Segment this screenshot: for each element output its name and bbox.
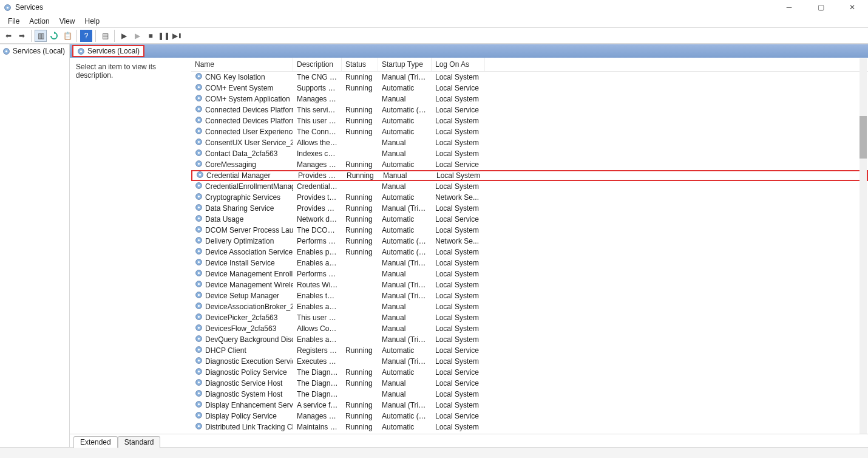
svg-point-23	[198, 163, 200, 165]
service-row[interactable]: DeviceAssociationBroker_2cf...Enables ap…	[191, 301, 868, 312]
service-row[interactable]: Connected User Experiences ...The Connec…	[191, 126, 868, 137]
service-row[interactable]: Diagnostic Policy ServiceThe Diagnos...R…	[191, 367, 868, 378]
minimize-button[interactable]: ─	[777, 1, 801, 13]
service-row[interactable]: DevicePicker_2cfa563This user ser...Manu…	[191, 312, 868, 323]
menu-file[interactable]: File	[4, 16, 24, 27]
service-row[interactable]: DevicesFlow_2cfa563Allows Conn...ManualL…	[191, 323, 868, 334]
service-rows: CNG Key IsolationThe CNG ke...RunningMan…	[191, 72, 868, 434]
service-name: DevicesFlow_2cfa563	[205, 324, 276, 333]
service-row[interactable]: CredentialEnrollmentManag...Credential E…	[191, 181, 868, 192]
service-description: Performs De...	[293, 270, 342, 278]
service-row[interactable]: DevQuery Background Disc...Enables app..…	[191, 334, 868, 345]
service-name: DevicePicker_2cfa563	[205, 313, 277, 322]
service-row[interactable]: Device Install ServiceEnables a co...Man…	[191, 258, 868, 268]
forward-button[interactable]: ➡	[16, 30, 28, 42]
service-description: Performs co...	[293, 237, 342, 245]
service-name: Distributed Link Tracking Cli...	[205, 423, 293, 431]
service-row[interactable]: Credential ManagerProvides sec...Running…	[191, 170, 868, 181]
service-startup: Automatic	[378, 84, 432, 92]
service-row[interactable]: Cryptographic ServicesProvides thr...Run…	[191, 192, 868, 203]
service-row[interactable]: Data Sharing ServiceProvides dat...Runni…	[191, 203, 868, 214]
col-description[interactable]: Description	[293, 58, 342, 71]
service-gear-icon	[195, 378, 203, 388]
service-row[interactable]: Device Management Enroll...Performs De..…	[191, 268, 868, 279]
service-logon: Local System	[432, 270, 485, 278]
menu-view[interactable]: View	[55, 16, 80, 27]
service-row[interactable]: Delivery OptimizationPerforms co...Runni…	[191, 236, 868, 247]
service-row[interactable]: COM+ Event SystemSupports Sy...RunningAu…	[191, 83, 868, 94]
service-row[interactable]: DHCP ClientRegisters an...RunningAutomat…	[191, 345, 868, 356]
service-name: Cryptographic Services	[205, 193, 280, 202]
service-status: Running	[342, 237, 378, 245]
col-status[interactable]: Status	[342, 58, 378, 71]
toolbar: ⬅ ➡ ▥ 📋 ? ▤ ▶ ▶ ■ ❚❚ ▶❚	[0, 28, 868, 44]
service-startup: Manual	[378, 324, 432, 333]
service-description: Manages th...	[293, 95, 342, 103]
back-button[interactable]: ⬅	[2, 30, 15, 42]
close-button[interactable]: ✕	[840, 1, 864, 13]
maximize-button[interactable]: ▢	[809, 1, 833, 13]
export-list-button[interactable]: 📋	[61, 30, 73, 42]
properties-button[interactable]: ▤	[99, 30, 111, 42]
service-row[interactable]: Connected Devices Platform ...This user …	[191, 115, 868, 126]
service-row[interactable]: Diagnostic Execution ServiceExecutes dia…	[191, 356, 868, 367]
svg-point-13	[198, 108, 200, 110]
tab-header: Services (Local)	[70, 44, 868, 58]
list-header: Name Description Status Startup Type Log…	[191, 58, 868, 72]
col-name[interactable]: Name	[191, 58, 293, 71]
service-description: Allows Conn...	[293, 324, 342, 333]
service-name: CNG Key Isolation	[205, 73, 265, 81]
svg-point-37	[198, 239, 200, 241]
refresh-button[interactable]	[48, 30, 60, 42]
stop-service-button[interactable]: ■	[144, 30, 157, 42]
service-startup: Manual (Trigg...	[378, 73, 432, 81]
service-row[interactable]: DCOM Server Process Launc...The DCOML...…	[191, 225, 868, 236]
tab-services-local[interactable]: Services (Local)	[72, 45, 144, 57]
service-logon: Local System	[432, 73, 485, 81]
service-row[interactable]: COM+ System ApplicationManages th...Manu…	[191, 94, 868, 104]
service-gear-icon	[195, 247, 203, 257]
start-service-button[interactable]: ▶	[118, 30, 130, 42]
service-row[interactable]: Device Setup ManagerEnables the ...Manua…	[191, 290, 868, 301]
separator	[95, 30, 96, 42]
menu-help[interactable]: Help	[81, 16, 104, 27]
service-name: CoreMessaging	[205, 160, 256, 169]
menu-action[interactable]: Action	[25, 16, 53, 27]
tab-extended[interactable]: Extended	[73, 436, 118, 448]
service-list[interactable]: Name Description Status Startup Type Log…	[191, 58, 868, 434]
service-row[interactable]: Distributed Link Tracking Cli...Maintain…	[191, 422, 868, 432]
tree-root-node[interactable]: Services (Local)	[0, 46, 69, 56]
service-row[interactable]: Data UsageNetwork dat...RunningAutomatic…	[191, 214, 868, 225]
service-row[interactable]: Display Enhancement ServiceA service for…	[191, 400, 868, 411]
pause-service-button[interactable]: ❚❚	[158, 30, 170, 42]
svg-point-29	[198, 196, 200, 197]
service-row[interactable]: ConsentUX User Service_2cf...Allows the …	[191, 137, 868, 148]
help-button[interactable]: ?	[80, 30, 92, 42]
service-startup: Manual	[379, 171, 433, 180]
service-logon: Network Se...	[432, 193, 485, 202]
col-startup[interactable]: Startup Type	[378, 58, 432, 71]
restart-service-button[interactable]: ▶❚	[171, 30, 183, 42]
service-name: Diagnostic Policy Service	[205, 368, 287, 377]
col-logon[interactable]: Log On As	[432, 58, 485, 71]
service-row[interactable]: Contact Data_2cfa563Indexes cont...Manua…	[191, 148, 868, 159]
service-description: The Diagnos...	[293, 379, 342, 388]
service-row[interactable]: Device Management Wireles...Routes Wirel…	[191, 279, 868, 290]
start-service-button-2[interactable]: ▶	[131, 30, 143, 42]
show-hide-tree-button[interactable]: ▥	[35, 30, 47, 42]
service-row[interactable]: Diagnostic Service HostThe Diagnos...Run…	[191, 378, 868, 389]
service-row[interactable]: Connected Devices Platform ...This servi…	[191, 104, 868, 115]
service-row[interactable]: CNG Key IsolationThe CNG ke...RunningMan…	[191, 72, 868, 83]
tab-standard[interactable]: Standard	[118, 436, 161, 448]
service-startup: Automatic	[378, 160, 432, 169]
service-name: COM+ Event System	[205, 84, 273, 92]
service-name: Delivery Optimization	[205, 237, 274, 245]
service-row[interactable]: CoreMessagingManages co...RunningAutomat…	[191, 159, 868, 170]
service-row[interactable]: Device Association ServiceEnables pairi.…	[191, 247, 868, 258]
service-startup: Automatic	[378, 423, 432, 431]
scrollbar-thumb[interactable]	[860, 116, 867, 159]
service-row[interactable]: Display Policy ServiceManages th...Runni…	[191, 411, 868, 422]
services-app-icon	[4, 4, 12, 12]
scrollbar-track[interactable]	[860, 58, 867, 434]
service-row[interactable]: Diagnostic System HostThe Diagnos...Manu…	[191, 389, 868, 400]
